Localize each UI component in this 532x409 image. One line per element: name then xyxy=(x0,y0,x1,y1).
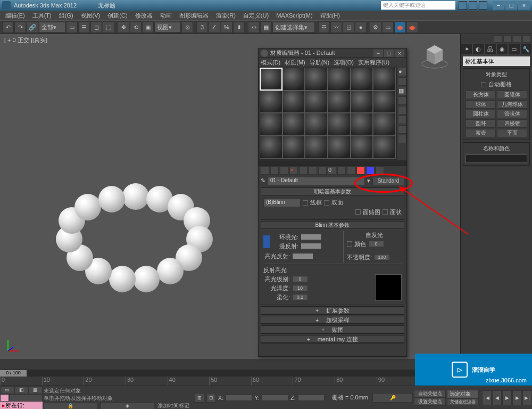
menu-edit[interactable]: 编辑(E) xyxy=(2,12,28,20)
put-to-library-button[interactable] xyxy=(318,166,327,175)
name-dropdown-button[interactable]: ▾ xyxy=(367,177,370,184)
show-map-button[interactable] xyxy=(337,166,346,175)
teapot-button[interactable]: 茶壶 xyxy=(466,129,496,137)
auto-key-button[interactable]: 自动关键点 xyxy=(414,390,446,398)
two-sided-checkbox[interactable] xyxy=(324,200,329,206)
curve-editor-button[interactable]: 〰 xyxy=(330,21,342,33)
menu-animation[interactable]: 动画 xyxy=(157,12,175,20)
key-filters-button[interactable]: 关键点过滤器 xyxy=(447,398,479,405)
make-preview-icon[interactable] xyxy=(398,116,406,124)
panel-icon-2[interactable] xyxy=(503,35,512,43)
go-parent-button[interactable] xyxy=(356,166,365,175)
mat-maximize-button[interactable]: □ xyxy=(384,50,394,57)
selection-filter[interactable]: 全部 ▾ xyxy=(39,22,65,32)
select-name-button[interactable]: ☰ xyxy=(78,21,90,33)
viewport-label[interactable]: [ + 0 正交 ][真实] xyxy=(4,36,47,44)
material-slot[interactable] xyxy=(351,136,373,159)
motion-tab[interactable]: ◉ xyxy=(496,44,508,54)
primitive-category[interactable]: 标准基本体 xyxy=(463,56,530,66)
sample-uv-icon[interactable] xyxy=(398,96,406,105)
material-slot[interactable] xyxy=(328,113,351,136)
make-unique-button[interactable] xyxy=(309,166,317,175)
material-slot[interactable] xyxy=(282,113,305,136)
help-search-input[interactable]: 键入关键字或短语 xyxy=(381,1,455,10)
material-slot[interactable] xyxy=(305,136,328,159)
show-end-result-button[interactable] xyxy=(347,166,355,175)
mat-editor-titlebar[interactable]: 材质编辑器 - 01 - Default − □ × xyxy=(259,48,406,58)
options-icon[interactable] xyxy=(398,125,406,134)
spec-level-spinner[interactable]: 0 xyxy=(292,276,308,282)
get-material-button[interactable] xyxy=(261,166,269,175)
material-slot[interactable] xyxy=(260,91,282,113)
mirror-button[interactable]: ⇔ xyxy=(248,21,260,33)
select-by-mat-icon[interactable] xyxy=(398,135,406,143)
cylinder-button[interactable]: 圆柱体 xyxy=(466,110,496,118)
rect-select-button[interactable]: ◻ xyxy=(90,21,102,33)
material-slot[interactable] xyxy=(260,136,282,159)
ref-coord-dropdown[interactable]: 视图 ▾ xyxy=(154,22,181,32)
align-button[interactable]: ▦ xyxy=(260,21,272,33)
info-icon[interactable] xyxy=(479,1,487,10)
star-icon[interactable] xyxy=(469,1,477,10)
material-slot[interactable] xyxy=(282,136,305,159)
diffuse-swatch[interactable] xyxy=(301,243,322,249)
named-sel-dropdown[interactable]: 创建选择集 ▾ xyxy=(272,22,315,32)
glossiness-spinner[interactable]: 10 xyxy=(292,285,308,291)
panel-icon-4[interactable] xyxy=(522,35,531,43)
mat-scrollbar[interactable] xyxy=(259,160,406,165)
opacity-spinner[interactable]: 100 xyxy=(374,254,390,260)
mat-close-button[interactable]: × xyxy=(395,50,404,57)
move-button[interactable]: ✥ xyxy=(118,21,129,33)
lock-icon[interactable]: 🔒 xyxy=(44,402,97,409)
modify-tab[interactable]: ◐ xyxy=(472,44,484,54)
material-slot[interactable] xyxy=(373,91,396,113)
material-slot[interactable] xyxy=(373,68,396,91)
specular-swatch[interactable] xyxy=(292,253,313,259)
percent-snap-button[interactable]: % xyxy=(221,21,232,33)
next-frame-button[interactable]: ▶ xyxy=(512,390,522,405)
play-button[interactable]: ▶ xyxy=(502,390,512,405)
material-slot[interactable] xyxy=(351,91,373,113)
face-map-checkbox[interactable] xyxy=(355,209,361,215)
y-coord-input[interactable] xyxy=(262,395,288,401)
menu-help[interactable]: 帮助(H) xyxy=(317,12,343,20)
self-illum-checkbox[interactable] xyxy=(347,241,352,247)
backlight-icon[interactable] xyxy=(398,77,406,86)
hierarchy-tab[interactable]: 品 xyxy=(485,44,496,54)
material-slot[interactable] xyxy=(305,113,328,136)
menu-create[interactable]: 创建(C) xyxy=(104,12,130,20)
material-slot[interactable] xyxy=(305,91,328,113)
menu-maxscript[interactable]: MAXScript(M) xyxy=(273,12,315,19)
x-coord-input[interactable] xyxy=(226,395,252,401)
angle-snap-button[interactable]: ∠ xyxy=(209,21,220,33)
maps-rollout[interactable]: + 贴图 xyxy=(261,325,404,334)
faceted-checkbox[interactable] xyxy=(383,209,388,215)
layer-button[interactable]: ☲ xyxy=(318,21,330,33)
make-copy-button[interactable] xyxy=(299,166,307,175)
add-time-tag[interactable]: 添加时间标记 xyxy=(157,402,189,409)
material-slot[interactable] xyxy=(351,68,373,91)
goto-end-button[interactable]: ▶| xyxy=(522,390,532,405)
window-crossing-button[interactable]: ⬚ xyxy=(103,21,114,33)
create-tab[interactable]: ✦ xyxy=(461,44,472,54)
material-slot[interactable] xyxy=(373,136,396,159)
self-illum-spinner[interactable]: 0 xyxy=(368,241,384,247)
material-slot[interactable] xyxy=(328,68,351,91)
material-slot[interactable] xyxy=(282,91,305,113)
time-slider-handle[interactable]: 0 / 100 xyxy=(0,370,27,377)
minimize-button[interactable]: − xyxy=(493,1,504,10)
mentalray-rollout[interactable]: + mental ray 连接 xyxy=(261,335,404,343)
mat-menu-navigation[interactable]: 导航(N) xyxy=(310,59,329,67)
material-slot[interactable] xyxy=(351,113,373,136)
supersampling-rollout[interactable]: + 超级采样 xyxy=(261,316,404,324)
material-editor-button[interactable]: ● xyxy=(355,21,367,33)
go-forward-button[interactable] xyxy=(366,166,375,175)
mat-menu-utilities[interactable]: 实用程序(U) xyxy=(358,59,389,67)
box-button[interactable]: 长方体 xyxy=(466,91,496,99)
menu-tools[interactable]: 工具(T) xyxy=(29,12,55,20)
mat-minimize-button[interactable]: − xyxy=(373,50,383,57)
panel-icon-3[interactable] xyxy=(513,35,521,43)
wire-checkbox[interactable] xyxy=(303,200,308,206)
shader-dropdown[interactable]: (B)Blinn xyxy=(263,199,301,207)
ambient-lock-icon[interactable] xyxy=(263,235,270,248)
